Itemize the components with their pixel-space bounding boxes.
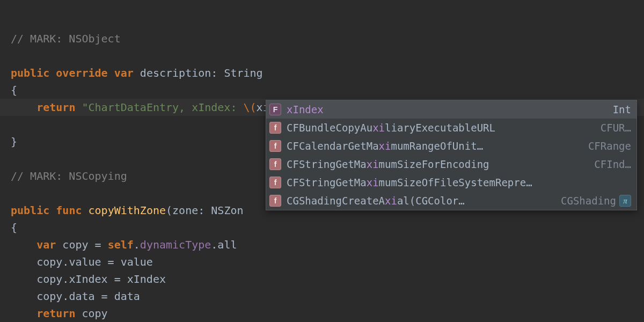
- param-name-zone: zone: [172, 204, 198, 217]
- function-icon: f: [269, 158, 281, 170]
- func-name-copywithzone: copyWithZone: [89, 204, 166, 217]
- prop-dynamictype: dynamicType: [140, 238, 211, 251]
- brace-close: }: [11, 135, 17, 148]
- autocomplete-item-type: CFRange: [588, 137, 631, 155]
- autocomplete-item-type: CFInd…: [594, 156, 631, 173]
- autocomplete-item-name: CFCalendarGetMaximumRangeOfUnit…: [287, 137, 583, 155]
- autocomplete-item-type: CGShadingπ: [561, 192, 631, 209]
- function-icon: f: [269, 177, 281, 188]
- return-val: copy: [75, 307, 107, 320]
- keyword-func: func: [56, 204, 82, 217]
- autocomplete-item-name: CFStringGetMaximumSizeOfFileSystemRepre…: [287, 174, 626, 191]
- assign-value: copy.value = value: [36, 255, 153, 268]
- autocomplete-popup[interactable]: FxIndexIntfCFBundleCopyAuxiliaryExecutab…: [266, 100, 637, 210]
- more-results-pi-icon[interactable]: π: [619, 195, 631, 207]
- autocomplete-item-type: Int: [613, 101, 631, 118]
- autocomplete-item[interactable]: fCFCalendarGetMaximumRangeOfUnit…CFRange: [266, 137, 636, 155]
- keyword-return: return: [36, 101, 75, 114]
- field-icon: F: [269, 104, 281, 115]
- paren-open: (: [166, 204, 172, 217]
- autocomplete-item-name: CGShadingCreateAxial(CGColor…: [287, 192, 555, 209]
- function-icon: f: [269, 195, 281, 207]
- dot-1: .: [134, 238, 140, 251]
- autocomplete-item[interactable]: fCFBundleCopyAuxiliaryExecutableURLCFUR…: [266, 119, 636, 137]
- keyword-override: override: [56, 67, 107, 79]
- autocomplete-item[interactable]: fCGShadingCreateAxial(CGColor…CGShadingπ: [266, 192, 636, 210]
- keyword-var: var: [114, 67, 134, 79]
- assign-data: copy.data = data: [36, 290, 140, 303]
- autocomplete-item-name: CFStringGetMaximumSizeForEncoding: [287, 156, 589, 173]
- autocomplete-item[interactable]: fCFStringGetMaximumSizeForEncodingCFInd…: [266, 155, 636, 173]
- keyword-return-2: return: [36, 307, 75, 320]
- interp-open-1: \(: [244, 101, 257, 114]
- autocomplete-item-name: CFBundleCopyAuxiliaryExecutableURL: [287, 119, 595, 136]
- keyword-public-2: public: [11, 204, 49, 217]
- function-icon: f: [269, 122, 281, 134]
- copy-decl: copy =: [62, 238, 107, 251]
- function-icon: f: [269, 140, 281, 152]
- keyword-public: public: [11, 67, 49, 79]
- brace-open: {: [11, 84, 17, 97]
- autocomplete-item-name: xIndex: [287, 101, 608, 118]
- brace-open-2: {: [11, 221, 17, 234]
- alloc-call-truncated: .all: [211, 238, 237, 251]
- comment-mark-nscopying: // MARK: NSCopying: [11, 170, 127, 182]
- autocomplete-item[interactable]: fCFStringGetMaximumSizeOfFileSystemRepre…: [266, 173, 636, 192]
- type-string: String: [224, 67, 262, 79]
- param-type-nszone-truncated: NSZon: [211, 204, 243, 217]
- string-literal-lead: "ChartDataEntry, xIndex:: [82, 101, 243, 114]
- keyword-var-2: var: [36, 238, 56, 251]
- autocomplete-item-type: CFUR…: [601, 119, 631, 136]
- autocomplete-item[interactable]: FxIndexInt: [266, 100, 636, 119]
- assign-xindex: copy.xIndex = xIndex: [36, 273, 166, 286]
- keyword-self: self: [108, 238, 134, 251]
- comment-mark-nsobject: // MARK: NSObject: [11, 32, 121, 45]
- var-name-description: description: [140, 67, 211, 79]
